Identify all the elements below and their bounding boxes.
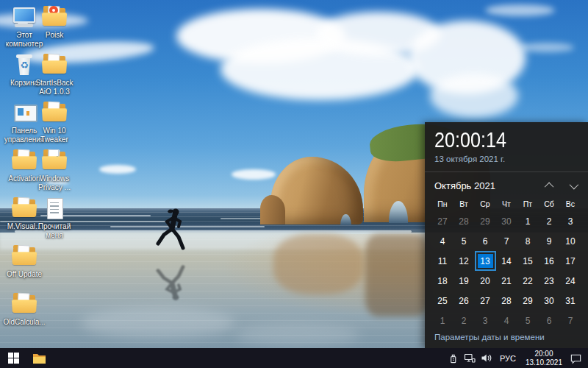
calendar-day[interactable]: 4 xyxy=(496,311,517,330)
calendar-day[interactable]: 2 xyxy=(539,211,560,231)
taskbar: РУС 20:00 13.10.2021 xyxy=(0,348,588,368)
runner-silhouette xyxy=(156,206,191,256)
volume-icon[interactable] xyxy=(481,353,492,364)
calendar-day[interactable]: 5 xyxy=(517,311,539,330)
desktop-icon-label: Win 10 Tweaker xyxy=(31,127,78,144)
desktop-icons: Этот компьютерPoisk♻КорзинаStartIsBack A… xyxy=(0,0,88,348)
calendar-day[interactable]: 19 xyxy=(453,271,475,291)
calendar-day[interactable]: 28 xyxy=(496,291,517,311)
calendar-day[interactable]: 4 xyxy=(432,231,453,251)
calendar-day[interactable]: 23 xyxy=(539,271,560,291)
calendar-day[interactable]: 5 xyxy=(453,231,475,251)
calendar-day[interactable]: 25 xyxy=(432,291,453,311)
taskbar-clock[interactable]: 20:00 13.10.2021 xyxy=(523,350,564,367)
flyout-time: 20:00:14 xyxy=(434,127,564,152)
calendar-day[interactable]: 30 xyxy=(496,211,517,231)
rock-reflection xyxy=(365,234,429,316)
calendar-day[interactable]: 18 xyxy=(432,271,453,291)
calendar-month-row: Октябрь 2021 xyxy=(425,172,588,193)
calendar-day[interactable]: 12 xyxy=(453,251,475,271)
desktop-icon-win10-tweaker[interactable]: Win 10 Tweaker xyxy=(31,100,78,144)
action-center-icon[interactable] xyxy=(570,353,582,364)
rock-reflection xyxy=(273,234,363,294)
calendar-day[interactable]: 3 xyxy=(475,311,496,330)
desktop-icon-label: Poisk xyxy=(31,31,78,40)
desktop-icon-off-update[interactable]: Off Update xyxy=(1,244,48,279)
calendar-day[interactable]: 1 xyxy=(432,311,453,330)
cloud xyxy=(485,4,555,16)
folder-icon xyxy=(11,244,37,269)
usb-icon[interactable] xyxy=(448,353,459,364)
folder-icon xyxy=(41,52,68,77)
desktop-icon-readme[interactable]: Прочитай меня xyxy=(31,196,78,240)
folder-icon xyxy=(32,352,46,364)
cloud xyxy=(430,74,518,118)
weekday-label: Вс xyxy=(560,196,581,211)
calendar-day[interactable]: 27 xyxy=(475,291,496,311)
cloud xyxy=(232,169,276,180)
clock-calendar-flyout: 20:00:14 13 октября 2021 г. Октябрь 2021… xyxy=(425,122,588,348)
folder-doc-icon xyxy=(41,148,68,173)
calendar-day[interactable]: 20 xyxy=(475,271,496,291)
chevron-down-icon[interactable] xyxy=(570,180,579,190)
calendar-day[interactable]: 17 xyxy=(560,251,581,271)
calendar-day[interactable]: 14 xyxy=(496,251,517,271)
calendar-day[interactable]: 21 xyxy=(496,271,517,291)
start-button[interactable] xyxy=(0,348,26,368)
desktop-icon-startisback[interactable]: StartIsBack AiO 1.0.3 xyxy=(31,52,78,96)
desktop-icon-label: Windows Privacy ... xyxy=(31,174,78,192)
calendar-day[interactable]: 29 xyxy=(517,291,539,311)
folder-icon xyxy=(41,100,68,125)
calendar-grid: ПнВтСрЧтПтСбВс27282930123456789101112131… xyxy=(425,193,588,330)
calendar-day[interactable]: 3 xyxy=(560,211,581,231)
calendar-day[interactable]: 28 xyxy=(453,211,475,231)
folder-icon xyxy=(11,291,37,316)
weekday-label: Пн xyxy=(432,196,453,211)
desktop: Этот компьютерPoisk♻КорзинаStartIsBack A… xyxy=(0,0,588,368)
date-time-settings-link[interactable]: Параметры даты и времени xyxy=(434,333,545,342)
calendar-day[interactable]: 7 xyxy=(496,231,517,251)
desktop-icon-label: OldCalcula... xyxy=(1,318,48,327)
calendar-day[interactable]: 7 xyxy=(560,311,581,330)
desktop-icon-label: Прочитай меня xyxy=(31,222,78,240)
calendar-day[interactable]: 2 xyxy=(453,311,475,330)
taskbar-date: 13.10.2021 xyxy=(526,358,562,367)
document-icon xyxy=(41,196,68,221)
calendar-day[interactable]: 9 xyxy=(539,231,560,251)
calendar-day[interactable]: 22 xyxy=(517,271,539,291)
taskbar-time: 20:00 xyxy=(526,350,562,358)
calendar-day[interactable]: 27 xyxy=(432,211,453,231)
calendar-day-selected[interactable]: 13 xyxy=(475,251,496,271)
calendar-day[interactable]: 15 xyxy=(517,251,539,271)
calendar-day[interactable]: 29 xyxy=(475,211,496,231)
desktop-icon-oldcalculator[interactable]: OldCalcula... xyxy=(1,291,48,327)
calendar-day[interactable]: 30 xyxy=(539,291,560,311)
calendar-day[interactable]: 6 xyxy=(539,311,560,330)
network-icon[interactable] xyxy=(464,353,476,364)
desktop-icon-label: StartIsBack AiO 1.0.3 xyxy=(31,79,78,96)
weekday-label: Пт xyxy=(517,196,539,211)
calendar-day[interactable]: 16 xyxy=(539,251,560,271)
desktop-icon-label: Off Update xyxy=(1,270,48,279)
runner-reflection xyxy=(156,260,191,302)
calendar-day[interactable]: 31 xyxy=(560,291,581,311)
cloud-reflection xyxy=(81,308,235,339)
calendar-day[interactable]: 8 xyxy=(517,231,539,251)
calendar-day[interactable]: 24 xyxy=(560,271,581,291)
calendar-day[interactable]: 6 xyxy=(475,231,496,251)
calendar-day[interactable]: 11 xyxy=(432,251,453,271)
desktop-icon-windows-privacy[interactable]: Windows Privacy ... xyxy=(31,148,78,192)
folder-logo-icon xyxy=(41,4,68,29)
calendar-day[interactable]: 10 xyxy=(560,231,581,251)
calendar-day[interactable]: 1 xyxy=(517,211,539,231)
language-indicator[interactable]: РУС xyxy=(498,354,518,363)
weekday-label: Чт xyxy=(496,196,517,211)
calendar-day[interactable]: 26 xyxy=(453,291,475,311)
cloud-reflection xyxy=(235,324,360,346)
system-tray: РУС 20:00 13.10.2021 xyxy=(448,350,588,367)
desktop-icon-poisk[interactable]: Poisk xyxy=(31,4,78,40)
calendar-month-label[interactable]: Октябрь 2021 xyxy=(434,180,531,191)
file-explorer-button[interactable] xyxy=(26,348,51,368)
weekday-label: Ср xyxy=(475,196,496,211)
chevron-up-icon[interactable] xyxy=(545,183,554,192)
